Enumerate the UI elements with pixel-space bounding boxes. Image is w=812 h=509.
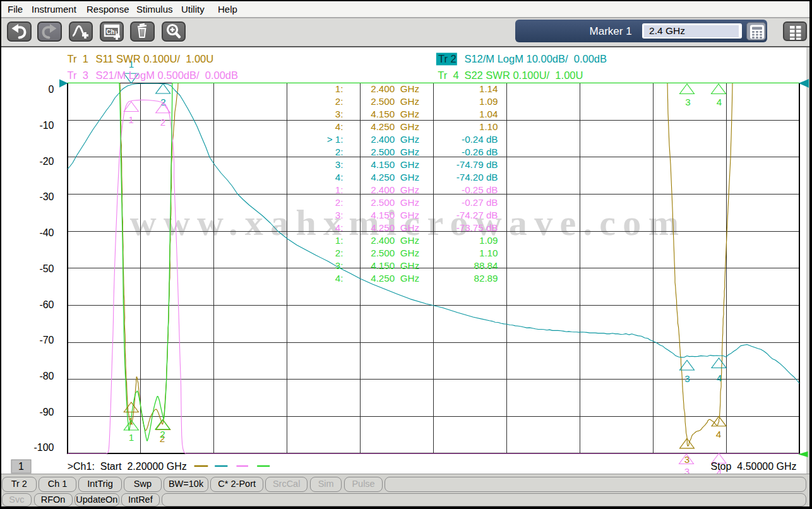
svg-text:-20: -20 (39, 156, 54, 167)
svg-text:3: 3 (685, 97, 690, 107)
svg-text:S11 SWR 0.100U/ 1.00U: S11 SWR 0.100U/ 1.00U (95, 53, 213, 64)
svg-text:0: 0 (49, 84, 54, 95)
svg-text:4.250 GHz: 4.250 GHz (371, 121, 419, 132)
svg-text:> 1:: > 1: (327, 134, 343, 145)
svg-text:4: 4 (717, 97, 722, 107)
svg-text:2.400 GHz: 2.400 GHz (371, 134, 419, 145)
svg-text:S21/M LogM 0.500dB/ 0.00dB: S21/M LogM 0.500dB/ 0.00dB (95, 69, 238, 81)
svg-text:2.500 GHz: 2.500 GHz (371, 197, 419, 208)
svg-text:1:: 1: (335, 235, 343, 246)
svg-text:2.400 GHz: 2.400 GHz (371, 83, 419, 94)
svg-text:1.09: 1.09 (479, 235, 498, 246)
svg-text:1.10: 1.10 (479, 248, 498, 258)
svg-text:-74.79 dB: -74.79 dB (457, 159, 498, 170)
svg-text:Stop 4.50000 GHz: Stop 4.50000 GHz (711, 461, 797, 472)
svg-text:-0.27 dB: -0.27 dB (462, 197, 498, 208)
svg-text:4.150 GHz: 4.150 GHz (371, 260, 419, 271)
svg-text:2: 2 (160, 117, 165, 128)
svg-text:Tr 4: Tr 4 (438, 69, 458, 81)
svg-text:4:: 4: (335, 121, 343, 132)
svg-text:4:: 4: (335, 222, 343, 233)
svg-text:-73.75 dB: -73.75 dB (457, 222, 498, 233)
svg-text:-30: -30 (39, 191, 54, 202)
svg-text:2: 2 (160, 429, 165, 440)
svg-text:82.89: 82.89 (474, 273, 498, 284)
svg-text:3:: 3: (335, 159, 343, 170)
svg-text:S12/M LogM 10.00dB/ 0.00dB: S12/M LogM 10.00dB/ 0.00dB (464, 53, 607, 64)
svg-text:-80: -80 (39, 371, 54, 381)
svg-text:S22 SWR 0.100U/ 1.00U: S22 SWR 0.100U/ 1.00U (464, 69, 583, 81)
svg-text:3:: 3: (335, 109, 343, 119)
svg-text:Tr 3: Tr 3 (68, 69, 88, 81)
svg-text:2:: 2: (335, 147, 343, 157)
svg-text:-60: -60 (39, 299, 54, 310)
svg-text:2:: 2: (335, 197, 343, 208)
svg-text:3: 3 (684, 373, 690, 384)
svg-text:1.04: 1.04 (479, 109, 498, 119)
svg-text:4.150 GHz: 4.150 GHz (371, 210, 419, 220)
svg-text:3:: 3: (335, 210, 343, 220)
svg-text:4: 4 (717, 373, 722, 383)
svg-text:2.400 GHz: 2.400 GHz (371, 235, 419, 246)
svg-text:4:: 4: (335, 273, 343, 284)
svg-text:>Ch1: Start 2.20000 GHz: >Ch1: Start 2.20000 GHz (68, 461, 187, 472)
svg-text:1:: 1: (335, 83, 343, 94)
svg-text:4.250 GHz: 4.250 GHz (371, 222, 419, 233)
svg-text:1: 1 (129, 432, 134, 443)
svg-text:-74.27 dB: -74.27 dB (457, 210, 498, 220)
svg-text:-100: -100 (33, 442, 54, 453)
svg-text:2.500 GHz: 2.500 GHz (371, 147, 419, 157)
svg-text:4:: 4: (335, 172, 343, 183)
svg-text:2.400 GHz: 2.400 GHz (371, 184, 419, 195)
svg-text:4: 4 (716, 429, 721, 440)
svg-text:-74.20 dB: -74.20 dB (457, 172, 498, 183)
svg-text:Tr 2: Tr 2 (438, 53, 457, 64)
svg-text:4.250 GHz: 4.250 GHz (371, 172, 419, 183)
svg-text:-50: -50 (39, 263, 54, 274)
svg-text:2:: 2: (335, 248, 343, 258)
svg-text:1: 1 (18, 461, 24, 472)
svg-text:Tr 1: Tr 1 (68, 53, 88, 64)
svg-text:1.14: 1.14 (479, 83, 498, 94)
svg-text:88.84: 88.84 (474, 260, 498, 271)
svg-text:-0.26 dB: -0.26 dB (462, 147, 498, 157)
svg-text:2.500 GHz: 2.500 GHz (371, 96, 419, 107)
svg-text:4.150 GHz: 4.150 GHz (371, 159, 419, 170)
svg-text:1:: 1: (335, 184, 343, 195)
svg-text:-0.24 dB: -0.24 dB (462, 134, 498, 145)
svg-text:1: 1 (128, 114, 133, 125)
svg-text:-90: -90 (39, 407, 54, 417)
svg-text:-70: -70 (39, 335, 54, 345)
svg-text:1.10: 1.10 (479, 121, 498, 132)
svg-text:4.250 GHz: 4.250 GHz (371, 273, 419, 284)
svg-text:-40: -40 (39, 227, 54, 238)
svg-text:2:: 2: (335, 96, 343, 107)
svg-text:-10: -10 (39, 120, 54, 131)
svg-text:3:: 3: (335, 260, 343, 271)
svg-text:-0.25 dB: -0.25 dB (462, 184, 498, 195)
svg-text:4.150 GHz: 4.150 GHz (371, 109, 419, 119)
svg-text:Ch: Ch (106, 28, 114, 35)
svg-text:2.500 GHz: 2.500 GHz (371, 248, 419, 258)
svg-text:1.09: 1.09 (479, 96, 498, 107)
